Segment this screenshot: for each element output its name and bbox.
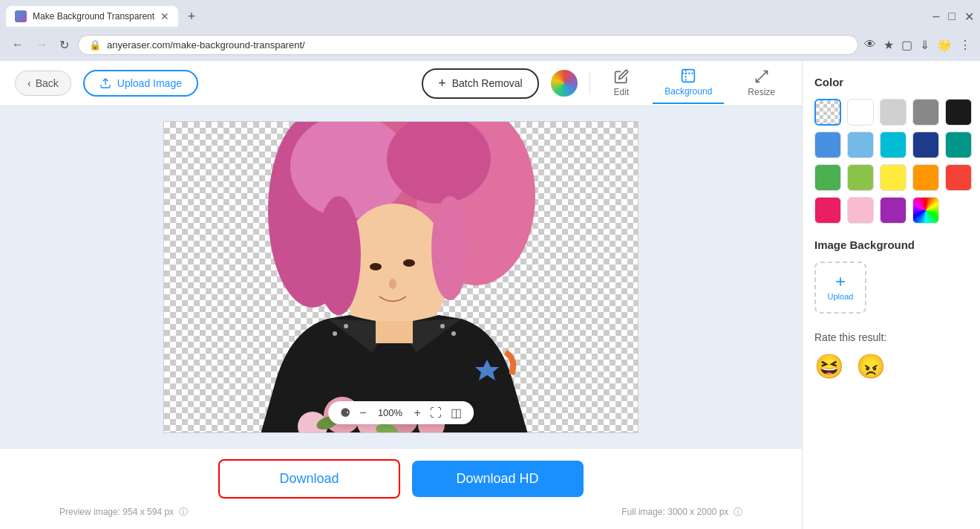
menu-icon[interactable]: ⋮ bbox=[959, 38, 971, 52]
person-svg bbox=[164, 122, 638, 432]
upload-bg-icon bbox=[833, 274, 848, 289]
download-button[interactable]: Download bbox=[218, 459, 399, 499]
svg-point-13 bbox=[333, 331, 337, 336]
color-green[interactable] bbox=[814, 164, 841, 191]
color-red[interactable] bbox=[945, 164, 972, 191]
color-orange[interactable] bbox=[912, 164, 939, 191]
tab-resize[interactable]: Resize bbox=[736, 63, 787, 103]
zoom-out-button[interactable]: − bbox=[359, 406, 366, 420]
maximize-button[interactable]: □ bbox=[948, 10, 956, 23]
minimize-button[interactable]: – bbox=[932, 10, 939, 23]
edit-label: Edit bbox=[614, 87, 630, 97]
color-purple[interactable] bbox=[880, 197, 906, 224]
color-light-gray[interactable] bbox=[880, 99, 906, 126]
canvas-area: ⚈ − 100% + ⛶ ◫ bbox=[0, 106, 802, 448]
background-icon bbox=[681, 68, 696, 83]
upload-image-button[interactable]: Upload Image bbox=[83, 70, 198, 97]
download-row: Download Download HD bbox=[15, 459, 787, 499]
full-image-size-text: Full image: 3000 x 2000 px ⓘ bbox=[621, 506, 742, 519]
angry-emoji-button[interactable]: 😠 bbox=[856, 352, 886, 380]
star-icon[interactable]: ★ bbox=[883, 38, 894, 52]
resize-icon bbox=[754, 69, 769, 84]
upload-icon bbox=[99, 77, 111, 89]
fullscreen-icon[interactable]: ⛶ bbox=[430, 406, 442, 420]
toolbar-divider bbox=[589, 72, 590, 94]
rate-title: Rate this result: bbox=[814, 331, 968, 343]
happy-emoji-button[interactable]: 😆 bbox=[814, 352, 844, 380]
svg-point-16 bbox=[440, 324, 445, 328]
eye-icon[interactable]: 👁 bbox=[864, 38, 876, 51]
svg-point-15 bbox=[451, 331, 456, 336]
resize-label: Resize bbox=[748, 87, 775, 97]
color-white[interactable] bbox=[847, 99, 874, 126]
zoom-in-button[interactable]: + bbox=[414, 406, 421, 420]
back-nav-button[interactable]: ← bbox=[9, 35, 27, 54]
profile-icon[interactable]: 🌟 bbox=[937, 38, 952, 52]
right-sidebar: Color Image Background bbox=[802, 61, 980, 529]
color-cyan[interactable] bbox=[880, 132, 906, 158]
edited-image[interactable] bbox=[163, 121, 638, 433]
svg-point-14 bbox=[344, 324, 348, 328]
svg-point-7 bbox=[316, 196, 361, 315]
batch-label: Batch Removal bbox=[452, 77, 523, 89]
zoom-controls: ⚈ − 100% + ⛶ ◫ bbox=[328, 401, 474, 424]
color-pink-red[interactable] bbox=[814, 197, 841, 224]
edit-icon bbox=[614, 69, 629, 84]
forward-nav-button[interactable]: → bbox=[33, 35, 50, 54]
color-black[interactable] bbox=[945, 99, 972, 126]
color-sky-blue[interactable] bbox=[847, 132, 874, 158]
split-view-icon[interactable]: ◫ bbox=[451, 406, 462, 420]
tab-close-button[interactable]: ✕ bbox=[160, 11, 169, 22]
image-container: ⚈ − 100% + ⛶ ◫ bbox=[163, 121, 638, 433]
svg-point-10 bbox=[403, 259, 415, 267]
preview-size-text: Preview image: 954 x 594 px ⓘ bbox=[59, 506, 188, 519]
pan-tool-icon[interactable]: ⚈ bbox=[340, 406, 350, 420]
tab-edit[interactable]: Edit bbox=[602, 63, 641, 103]
image-bg-title: Image Background bbox=[814, 238, 968, 251]
color-transparent[interactable] bbox=[814, 99, 841, 126]
color-palette bbox=[814, 99, 968, 224]
subject-photo bbox=[164, 122, 638, 432]
batch-removal-button[interactable]: + Batch Removal bbox=[422, 68, 538, 99]
background-label: Background bbox=[664, 86, 712, 97]
upload-label: Upload Image bbox=[117, 77, 182, 89]
tab-background[interactable]: Background bbox=[653, 62, 724, 104]
back-button[interactable]: ‹ Back bbox=[15, 71, 71, 96]
browser-tab[interactable]: Make Background Transparent ✕ bbox=[6, 6, 178, 27]
svg-rect-0 bbox=[682, 70, 695, 82]
color-section-title: Color bbox=[814, 76, 968, 88]
color-dark-blue[interactable] bbox=[912, 132, 939, 158]
color-gradient[interactable] bbox=[912, 197, 939, 224]
tab-title: Make Background Transparent bbox=[33, 11, 154, 22]
svg-rect-12 bbox=[376, 321, 413, 343]
svg-point-11 bbox=[389, 279, 396, 289]
color-blue-light[interactable] bbox=[814, 132, 841, 158]
user-avatar[interactable] bbox=[551, 70, 578, 97]
emoji-row: 😆 😠 bbox=[814, 352, 968, 380]
zoom-level: 100% bbox=[376, 407, 405, 418]
download-hd-button[interactable]: Download HD bbox=[412, 461, 584, 497]
svg-point-9 bbox=[370, 263, 382, 270]
image-background-section: Image Background Upload bbox=[814, 238, 968, 314]
bottom-bar: Download Download HD Preview image: 954 … bbox=[0, 448, 802, 529]
new-tab-button[interactable]: + bbox=[181, 6, 202, 27]
back-label: Back bbox=[36, 77, 59, 89]
close-button[interactable]: ✕ bbox=[964, 10, 974, 24]
svg-point-8 bbox=[431, 196, 468, 300]
color-yellow[interactable] bbox=[880, 164, 906, 191]
reload-button[interactable]: ↻ bbox=[56, 35, 72, 55]
tab-favicon bbox=[15, 10, 27, 22]
upload-background-button[interactable]: Upload bbox=[814, 262, 866, 314]
extensions-icon[interactable]: ▢ bbox=[901, 38, 912, 52]
app-toolbar: ‹ Back Upload Image + Batch Removal Edit… bbox=[0, 61, 802, 106]
rate-section: Rate this result: 😆 😠 bbox=[814, 331, 968, 380]
url-text: anyeraser.com/make-background-transparen… bbox=[107, 39, 847, 51]
download-nav-icon[interactable]: ⇓ bbox=[920, 38, 930, 52]
back-chevron-icon: ‹ bbox=[27, 77, 31, 89]
plus-icon: + bbox=[438, 76, 446, 91]
color-teal[interactable] bbox=[945, 132, 972, 158]
color-yellow-green[interactable] bbox=[847, 164, 874, 191]
color-gray[interactable] bbox=[912, 99, 939, 126]
address-bar[interactable]: 🔒 anyeraser.com/make-background-transpar… bbox=[78, 35, 858, 55]
color-pink[interactable] bbox=[847, 197, 874, 224]
